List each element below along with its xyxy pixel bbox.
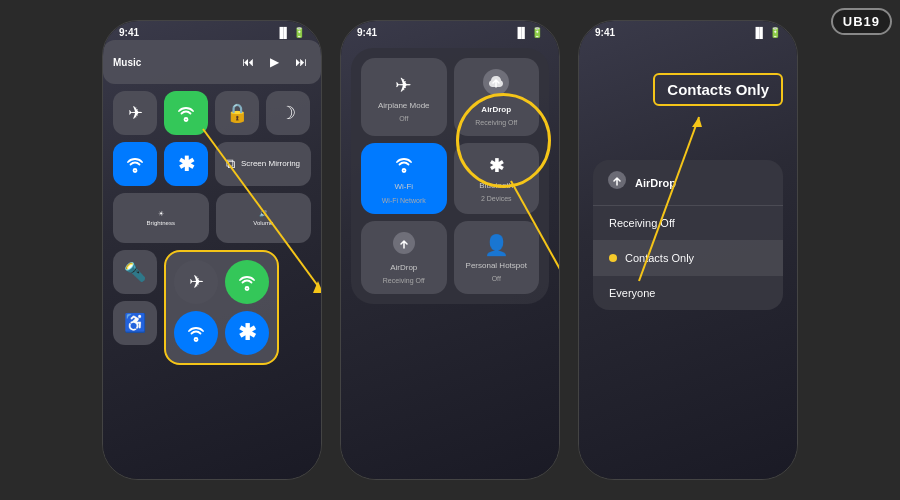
brightness-btn[interactable]: ☀Brightness — [113, 193, 209, 243]
cc2-hotspot[interactable]: 👤 Personal Hotspot Off — [454, 221, 540, 294]
status-icons-3: ▐▌ 🔋 — [752, 27, 781, 38]
status-time-1: 9:41 — [119, 27, 139, 38]
hotspot-icon-2: 👤 — [484, 233, 509, 257]
cc2-panel: ✈ Airplane Mode Off AirD — [351, 48, 549, 304]
cc-panel-1: ✈ 🔒 ☽ ✱ ⧉ Screen Mirrori — [113, 91, 311, 243]
accessibility-btn[interactable]: ♿ — [113, 301, 157, 345]
lock-btn-1[interactable]: 🔒 — [215, 91, 259, 135]
hotspot-label-2: Personal Hotspot — [466, 261, 527, 271]
phone-screen-2: 9:41 ▐▌ 🔋 ✈ Airplane Mode Off — [340, 20, 560, 480]
wifi-green-mini-btn[interactable] — [225, 260, 269, 304]
airdrop2-label-2: AirDrop — [390, 263, 417, 273]
bluetooth-sub-2: 2 Devices — [481, 195, 512, 202]
music-controls: ⏮ ▶ ⏭ — [238, 55, 311, 69]
cc2-airdrop[interactable]: AirDrop Receiving Off — [454, 58, 540, 136]
music-widget[interactable]: Music ⏮ ▶ ⏭ — [103, 40, 321, 84]
airdrop-menu: AirDrop Receiving Off Contacts Only Ever… — [593, 160, 783, 310]
svg-marker-1 — [313, 281, 321, 293]
airdrop-option-off-label: Receiving Off — [609, 217, 675, 229]
airdrop2-icon-2 — [392, 231, 416, 259]
airplane-label-2: Airplane Mode — [378, 101, 430, 111]
wifi-blue-btn-1[interactable] — [113, 142, 157, 186]
airplane-icon-2: ✈ — [395, 73, 412, 97]
airdrop-option-contacts-label: Contacts Only — [625, 252, 694, 264]
airdrop-option-everyone-label: Everyone — [609, 287, 655, 299]
airdrop-menu-header: AirDrop — [593, 160, 783, 206]
wifi-icon-2 — [392, 153, 416, 178]
wifi-blue-mini-btn[interactable] — [174, 311, 218, 355]
bluetooth-btn-1[interactable]: ✱ — [164, 142, 208, 186]
status-icons-2: ▐▌ 🔋 — [514, 27, 543, 38]
status-time-3: 9:41 — [595, 27, 615, 38]
cc2-grid: ✈ Airplane Mode Off AirD — [361, 58, 539, 294]
cc-row-3: ☀Brightness 🔊Volume — [113, 193, 311, 243]
airplane-btn-1[interactable]: ✈ — [113, 91, 157, 135]
airdrop-sub-2: Receiving Off — [475, 119, 517, 126]
hotspot-sub-2: Off — [492, 275, 501, 282]
volume-btn[interactable]: 🔊Volume — [216, 193, 312, 243]
status-icons-1: ▐▌ 🔋 — [276, 27, 305, 38]
wifi-label-2: Wi-Fi — [394, 182, 413, 192]
contacts-only-callout: Contacts Only — [653, 73, 783, 106]
screen1-bg: 9:41 ▐▌ 🔋 Music ⏮ ▶ ⏭ ✈ — [103, 21, 321, 479]
airdrop-option-everyone[interactable]: Everyone — [593, 276, 783, 310]
phone-screen-3: 9:41 ▐▌ 🔋 AirDrop Receiving Off — [578, 20, 798, 480]
cc-row-2: ✱ ⧉ Screen Mirroring — [113, 142, 311, 186]
checkmark-contacts — [609, 254, 617, 262]
airplane-mini-btn[interactable]: ✈ — [174, 260, 218, 304]
play-icon[interactable]: ▶ — [270, 55, 279, 69]
cc2-airplane[interactable]: ✈ Airplane Mode Off — [361, 58, 447, 136]
bluetooth-label-2: Bluetooth — [479, 181, 513, 191]
screen-mirroring-btn[interactable]: ⧉ Screen Mirroring — [215, 142, 311, 186]
wifi-sub-2: Wi-Fi Network — [382, 197, 426, 204]
logo-badge: UB19 — [831, 8, 892, 35]
bluetooth-icon-2: ✱ — [489, 155, 504, 177]
bluetooth-mini-btn[interactable]: ✱ — [225, 311, 269, 355]
airplane-sub-2: Off — [399, 115, 408, 122]
airdrop-option-contacts[interactable]: Contacts Only — [593, 241, 783, 276]
screenshots-container: 9:41 ▐▌ 🔋 Music ⏮ ▶ ⏭ ✈ — [0, 0, 900, 500]
next-icon[interactable]: ⏭ — [295, 55, 307, 69]
cc2-wifi[interactable]: Wi-Fi Wi-Fi Network — [361, 143, 447, 213]
status-bar-3: 9:41 ▐▌ 🔋 — [579, 21, 797, 40]
status-time-2: 9:41 — [357, 27, 377, 38]
airdrop-label-2: AirDrop — [481, 105, 511, 115]
moon-btn-1[interactable]: ☽ — [266, 91, 310, 135]
wifi-on-btn-1[interactable] — [164, 91, 208, 135]
cc2-airdrop2[interactable]: AirDrop Receiving Off — [361, 221, 447, 294]
status-bar-1: 9:41 ▐▌ 🔋 — [103, 21, 321, 40]
contacts-only-label: Contacts Only — [667, 81, 769, 98]
airdrop-icon-2 — [482, 68, 510, 101]
music-title: Music — [113, 57, 141, 68]
highlighted-grid: ✈ ✱ — [164, 250, 279, 365]
airdrop-option-off[interactable]: Receiving Off — [593, 206, 783, 241]
svg-marker-7 — [692, 117, 702, 127]
screen3-bg: 9:41 ▐▌ 🔋 AirDrop Receiving Off — [579, 21, 797, 479]
status-bar-2: 9:41 ▐▌ 🔋 — [341, 21, 559, 40]
airdrop-menu-title: AirDrop — [635, 177, 676, 189]
airdrop-menu-icon — [607, 170, 627, 195]
phone-screen-1: 9:41 ▐▌ 🔋 Music ⏮ ▶ ⏭ ✈ — [102, 20, 322, 480]
cc-row-1: ✈ 🔒 ☽ — [113, 91, 311, 135]
flashlight-btn[interactable]: 🔦 — [113, 250, 157, 294]
cc2-bluetooth[interactable]: ✱ Bluetooth 2 Devices — [454, 143, 540, 213]
airdrop2-sub-2: Receiving Off — [383, 277, 425, 284]
prev-icon[interactable]: ⏮ — [242, 55, 254, 69]
screen2-bg: 9:41 ▐▌ 🔋 ✈ Airplane Mode Off — [341, 21, 559, 479]
logo-text: UB19 — [843, 14, 880, 29]
